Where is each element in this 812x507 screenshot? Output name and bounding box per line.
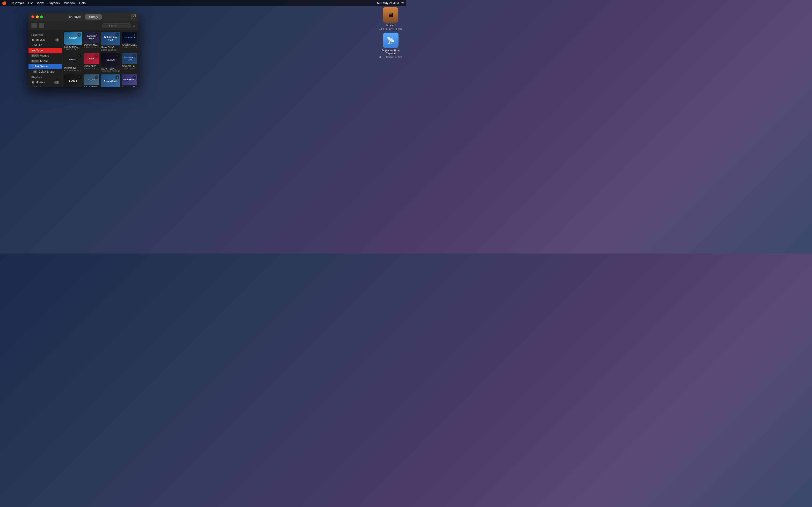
youtube-label: YouTube: [32, 49, 43, 52]
movie-card-american-b[interactable]: DreamWorks ♥ American B... 1.6GB 02:01:3…: [101, 74, 120, 87]
title-darkest: Darkest Ho...: [84, 44, 99, 46]
dlna-videos-label: Videos: [40, 54, 49, 57]
time-capsule-label: Dujkanov Time Capsule: [381, 49, 400, 55]
movie-card-gravity[interactable]: GRAVITY ♥ Gravity (201... 1.2GB 01:30:58: [122, 32, 137, 51]
sidebar-item-movies[interactable]: ▣ Movies 4: [29, 37, 62, 43]
movie-card-allied[interactable]: ALLIED ♡ Allied (2016... 3.4GB 02:05:01: [84, 74, 99, 87]
meta-darkest: 1.9GB 02:04:55: [84, 46, 99, 49]
pl-movies-badge: 18: [54, 81, 59, 84]
pl-music-icon: ♪: [32, 86, 33, 87]
meta-lucky: 1.5GB 01:50:07: [84, 67, 99, 70]
pl-movies-icon: ▣: [32, 80, 34, 84]
desktop-icon-time-capsule[interactable]: 📡 Dujkanov Time Capsule 3 TB, 196.67 GB …: [379, 33, 402, 58]
movie-card-instinct[interactable]: INSTINCT ♡ Instinct.avi 675.8MB 01:54:10: [64, 53, 82, 72]
titlebar: 5KPlayer Library dlna: [29, 12, 139, 21]
dlna-server-label: DLNA Server: [32, 65, 48, 68]
maximize-button[interactable]: [40, 15, 43, 18]
pl-movies-label: Movies: [36, 80, 45, 84]
heart-lucky[interactable]: ♡: [95, 54, 98, 58]
dlna-label: dlna: [131, 17, 135, 20]
movies-badge: 4: [55, 38, 59, 42]
title-lucky: Lucky Num...: [84, 65, 99, 67]
minimize-button[interactable]: [36, 15, 39, 18]
meta-seventh: 2.5GB 01:42:21: [122, 67, 137, 70]
sidebar: Favorites ▣ Movies 4 ♪ Music YouTube DLN…: [29, 30, 62, 87]
content-area: Favorites ▣ Movies 4 ♪ Music YouTube DLN…: [29, 30, 139, 87]
meta-dallas: 2.9GB 01:56:57: [64, 48, 82, 50]
sidebar-item-dlna-server[interactable]: DLNA Server: [29, 64, 62, 69]
sidebar-item-dlna-share[interactable]: ▣ DLNA Share: [29, 69, 62, 74]
movie-card-allthemoney[interactable]: SONY ♡ All The Mon... 908.5MB 02:06:33: [64, 74, 82, 87]
meta-gravity: 1.2GB 01:30:58: [122, 46, 137, 49]
toolbar: + − 🔍 ⊞: [29, 21, 139, 30]
menu-playback[interactable]: Playback: [48, 1, 60, 5]
sidebar-item-pl-music[interactable]: ♪ Music: [29, 85, 62, 87]
sidebar-movies-label: Movies: [36, 38, 45, 42]
music-icon: ♪: [32, 44, 33, 47]
sidebar-item-music[interactable]: ♪ Music: [29, 43, 62, 48]
search-input[interactable]: [102, 23, 131, 28]
menubar-time: Sun May 26 3:33 PM: [377, 1, 404, 5]
title-seventh: Seventh So...: [122, 65, 137, 67]
pl-music-label: Music: [34, 86, 42, 87]
meta-gonegirl: 2.2GB 02:29:02: [101, 49, 120, 51]
main-area: FOCUS ♥ Dallas Buye... 2.9GB 01:56:57 DA…: [62, 30, 139, 87]
menu-view[interactable]: View: [37, 1, 44, 5]
svg-rect-0: [132, 14, 135, 16]
meta-seven: 1022.9MB 02:06:49: [101, 70, 120, 72]
movie-card-lucky[interactable]: CAPLET ♡ Lucky Num... 1.5GB 01:50:07: [84, 53, 99, 72]
title-american-g: American G...: [122, 86, 137, 87]
desktop-icon-mojave[interactable]: 🖥 Mojave 1.94 TB, 1.44 TB free: [379, 7, 402, 30]
apple-menu[interactable]: 🍎: [2, 1, 7, 5]
title-instinct: Instinct.avi: [64, 67, 82, 69]
heart-allied[interactable]: ♡: [95, 75, 98, 79]
heart-dallas[interactable]: ♥: [77, 33, 81, 37]
movie-card-seventh[interactable]: ⚙ SEVENTH SON ♡ Seventh So... 2.5GB 01:4…: [122, 53, 137, 72]
sidebar-item-pl-movies[interactable]: ▣ Movies 18: [29, 80, 62, 85]
app-menu-5kplayer[interactable]: 5KPlayer: [11, 1, 24, 5]
menu-help[interactable]: Help: [79, 1, 86, 5]
dlna-badge-music: DLNA: [32, 60, 39, 62]
dlna-share-label: DLNA Share: [39, 70, 55, 73]
app-window: 5KPlayer Library dlna + −: [29, 12, 139, 87]
menu-file[interactable]: File: [28, 1, 33, 5]
title-allied: Allied (2016...: [84, 86, 99, 87]
mojave-sublabel: 1.94 TB, 1.44 TB free: [379, 27, 402, 30]
sidebar-item-youtube[interactable]: YouTube: [29, 48, 62, 53]
dlna-music-label: Music: [40, 59, 48, 63]
heart-instinct[interactable]: ♡: [77, 54, 81, 58]
sidebar-item-dlna-videos[interactable]: DLNA Videos: [29, 53, 62, 58]
movie-card-gonegirl[interactable]: 20th Century FOX ♡ Gone Girl (2... 2.2GB…: [101, 32, 120, 51]
title-gonegirl: Gone Girl (2...: [101, 46, 120, 49]
tab-5kplayer[interactable]: 5KPlayer: [65, 14, 85, 19]
mojave-label: Mojave: [387, 24, 395, 26]
title-seven: Se7en (199...: [101, 67, 120, 70]
grid-view-icon[interactable]: ⊞: [133, 24, 136, 27]
heart-allthemoney[interactable]: ♡: [77, 75, 81, 79]
sidebar-item-dlna-music[interactable]: DLNA Music: [29, 58, 62, 64]
tab-library[interactable]: Library: [85, 14, 102, 19]
movies-icon: ▣: [32, 38, 34, 42]
title-gravity: Gravity (201...: [122, 44, 137, 46]
menubar: 🍎 5KPlayer File View Playback Window Hel…: [0, 0, 406, 6]
add-button[interactable]: +: [32, 23, 37, 28]
movie-card-seven[interactable]: SE7EN ♡ Se7en (199... 1022.9MB 02:06:49: [101, 53, 120, 72]
heart-darkest[interactable]: ♥: [95, 33, 98, 37]
dlna-button[interactable]: dlna: [131, 14, 136, 20]
remove-button[interactable]: −: [39, 23, 44, 28]
title-dallas: Dallas Buye...: [64, 45, 82, 48]
movie-card-darkest[interactable]: DARKEST HOUR ♥ Darkest Ho... 1.9GB 02:04…: [84, 32, 99, 51]
close-button[interactable]: [32, 15, 34, 18]
meta-instinct: 675.8MB 01:54:10: [64, 69, 82, 72]
favorites-section: Favorites: [29, 32, 62, 37]
dlna-share-badge: ▣: [33, 70, 37, 73]
traffic-lights: [32, 15, 43, 18]
playlists-section: Playlists: [29, 74, 62, 80]
dlna-badge-videos: DLNA: [32, 54, 39, 57]
movie-card-dallas[interactable]: FOCUS ♥ Dallas Buye... 2.9GB 01:56:57: [64, 32, 82, 51]
movie-grid: FOCUS ♥ Dallas Buye... 2.9GB 01:56:57 DA…: [64, 32, 137, 87]
time-capsule-sublabel: 3 TB, 196.67 GB free: [379, 56, 402, 58]
movie-card-american-g[interactable]: UNIVERSAL ♡ American G... 3.4GB 02:55:45: [122, 74, 137, 87]
menu-window[interactable]: Window: [64, 1, 75, 5]
sidebar-music-label: Music: [34, 44, 42, 47]
